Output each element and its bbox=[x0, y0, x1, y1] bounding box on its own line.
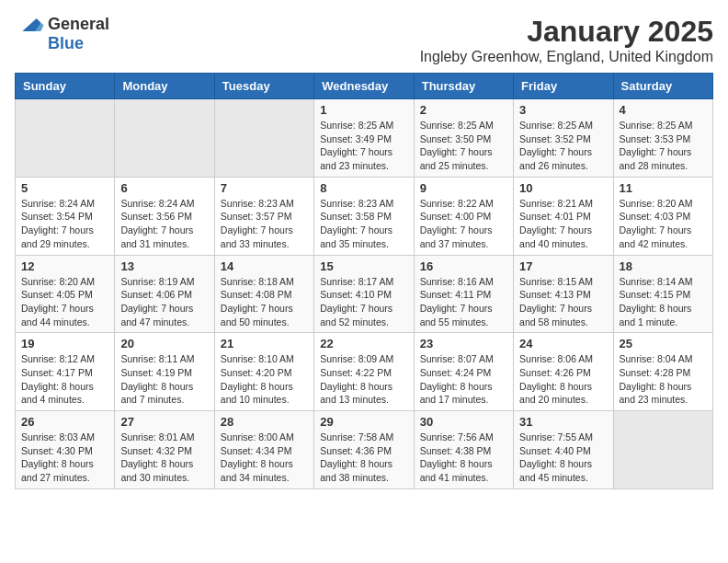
calendar-cell-3-1: 20Sunrise: 8:11 AMSunset: 4:19 PMDayligh… bbox=[115, 333, 214, 411]
day-number: 21 bbox=[221, 337, 308, 350]
day-info: Sunrise: 8:04 AMSunset: 4:28 PMDaylight:… bbox=[620, 352, 707, 407]
calendar-cell-2-3: 15Sunrise: 8:17 AMSunset: 4:10 PMDayligh… bbox=[314, 255, 414, 333]
day-number: 4 bbox=[620, 103, 707, 117]
calendar-cell-0-5: 3Sunrise: 8:25 AMSunset: 3:52 PMDaylight… bbox=[514, 99, 613, 178]
day-number: 8 bbox=[320, 181, 407, 195]
header-tuesday: Tuesday bbox=[214, 74, 313, 99]
calendar-row-0: 1Sunrise: 8:25 AMSunset: 3:49 PMDaylight… bbox=[16, 99, 713, 178]
calendar-cell-2-0: 12Sunrise: 8:20 AMSunset: 4:05 PMDayligh… bbox=[16, 255, 115, 333]
day-info: Sunrise: 8:03 AMSunset: 4:30 PMDaylight:… bbox=[21, 431, 108, 485]
day-info: Sunrise: 8:11 AMSunset: 4:19 PMDaylight:… bbox=[120, 352, 208, 407]
day-number: 11 bbox=[620, 181, 707, 195]
day-info: Sunrise: 8:25 AMSunset: 3:49 PMDaylight:… bbox=[320, 119, 407, 173]
day-info: Sunrise: 8:25 AMSunset: 3:53 PMDaylight:… bbox=[620, 119, 707, 173]
day-number: 17 bbox=[519, 259, 607, 273]
calendar-cell-0-4: 2Sunrise: 8:25 AMSunset: 3:50 PMDaylight… bbox=[414, 99, 513, 178]
calendar-cell-3-6: 25Sunrise: 8:04 AMSunset: 4:28 PMDayligh… bbox=[613, 333, 712, 411]
day-info: Sunrise: 8:21 AMSunset: 4:01 PMDaylight:… bbox=[519, 197, 607, 251]
day-number: 2 bbox=[420, 103, 507, 117]
header-thursday: Thursday bbox=[414, 74, 513, 99]
day-number: 9 bbox=[420, 181, 507, 195]
day-info: Sunrise: 8:16 AMSunset: 4:11 PMDaylight:… bbox=[420, 275, 507, 329]
logo-icon bbox=[15, 16, 44, 34]
day-number: 14 bbox=[221, 259, 308, 273]
calendar-cell-2-5: 17Sunrise: 8:15 AMSunset: 4:13 PMDayligh… bbox=[514, 255, 613, 333]
day-info: Sunrise: 7:56 AMSunset: 4:38 PMDaylight:… bbox=[420, 431, 507, 485]
day-number: 6 bbox=[120, 181, 208, 195]
header-friday: Friday bbox=[514, 74, 613, 99]
day-number: 24 bbox=[519, 337, 607, 350]
day-info: Sunrise: 8:22 AMSunset: 4:00 PMDaylight:… bbox=[420, 197, 507, 251]
day-number: 27 bbox=[120, 415, 208, 429]
calendar-row-1: 5Sunrise: 8:24 AMSunset: 3:54 PMDaylight… bbox=[16, 177, 713, 255]
day-info: Sunrise: 8:07 AMSunset: 4:24 PMDaylight:… bbox=[420, 352, 507, 407]
logo: General Blue bbox=[15, 15, 109, 53]
header-monday: Monday bbox=[115, 74, 214, 99]
calendar-cell-2-6: 18Sunrise: 8:14 AMSunset: 4:15 PMDayligh… bbox=[613, 255, 712, 333]
calendar-cell-0-2 bbox=[214, 99, 313, 178]
calendar-cell-2-4: 16Sunrise: 8:16 AMSunset: 4:11 PMDayligh… bbox=[414, 255, 513, 333]
day-number: 16 bbox=[420, 259, 507, 273]
calendar-cell-1-5: 10Sunrise: 8:21 AMSunset: 4:01 PMDayligh… bbox=[514, 177, 613, 255]
calendar-cell-0-3: 1Sunrise: 8:25 AMSunset: 3:49 PMDaylight… bbox=[314, 99, 414, 178]
day-number: 31 bbox=[519, 415, 607, 429]
page-header: General Blue January 2025 Ingleby Greenh… bbox=[15, 15, 713, 65]
header-saturday: Saturday bbox=[613, 74, 712, 99]
calendar-cell-1-1: 6Sunrise: 8:24 AMSunset: 3:56 PMDaylight… bbox=[115, 177, 214, 255]
day-info: Sunrise: 8:25 AMSunset: 3:52 PMDaylight:… bbox=[519, 119, 607, 173]
day-info: Sunrise: 8:15 AMSunset: 4:13 PMDaylight:… bbox=[519, 275, 607, 329]
calendar-cell-4-2: 28Sunrise: 8:00 AMSunset: 4:34 PMDayligh… bbox=[214, 411, 313, 489]
day-info: Sunrise: 8:20 AMSunset: 4:05 PMDaylight:… bbox=[21, 275, 108, 329]
day-info: Sunrise: 7:55 AMSunset: 4:40 PMDaylight:… bbox=[519, 431, 607, 485]
calendar-row-4: 26Sunrise: 8:03 AMSunset: 4:30 PMDayligh… bbox=[16, 411, 713, 489]
calendar-cell-1-2: 7Sunrise: 8:23 AMSunset: 3:57 PMDaylight… bbox=[214, 177, 313, 255]
title-area: January 2025 Ingleby Greenhow, England, … bbox=[420, 15, 713, 65]
calendar-cell-4-0: 26Sunrise: 8:03 AMSunset: 4:30 PMDayligh… bbox=[16, 411, 115, 489]
day-info: Sunrise: 8:18 AMSunset: 4:08 PMDaylight:… bbox=[221, 275, 308, 329]
day-info: Sunrise: 8:10 AMSunset: 4:20 PMDaylight:… bbox=[221, 352, 308, 407]
day-number: 22 bbox=[320, 337, 407, 350]
day-info: Sunrise: 8:09 AMSunset: 4:22 PMDaylight:… bbox=[320, 352, 407, 407]
day-number: 25 bbox=[620, 337, 707, 350]
calendar-cell-1-0: 5Sunrise: 8:24 AMSunset: 3:54 PMDaylight… bbox=[16, 177, 115, 255]
day-number: 12 bbox=[21, 259, 108, 273]
calendar-cell-3-4: 23Sunrise: 8:07 AMSunset: 4:24 PMDayligh… bbox=[414, 333, 513, 411]
day-number: 15 bbox=[320, 259, 407, 273]
calendar-cell-4-5: 31Sunrise: 7:55 AMSunset: 4:40 PMDayligh… bbox=[514, 411, 613, 489]
header-wednesday: Wednesday bbox=[314, 74, 414, 99]
calendar-cell-4-1: 27Sunrise: 8:01 AMSunset: 4:32 PMDayligh… bbox=[115, 411, 214, 489]
month-title: January 2025 bbox=[420, 15, 713, 49]
calendar-cell-3-0: 19Sunrise: 8:12 AMSunset: 4:17 PMDayligh… bbox=[16, 333, 115, 411]
logo-general: General bbox=[48, 15, 109, 34]
calendar-cell-3-5: 24Sunrise: 8:06 AMSunset: 4:26 PMDayligh… bbox=[514, 333, 613, 411]
day-number: 20 bbox=[120, 337, 208, 350]
day-info: Sunrise: 8:17 AMSunset: 4:10 PMDaylight:… bbox=[320, 275, 407, 329]
logo-blue: Blue bbox=[48, 34, 84, 53]
day-number: 18 bbox=[620, 259, 707, 273]
day-info: Sunrise: 8:01 AMSunset: 4:32 PMDaylight:… bbox=[120, 431, 208, 485]
calendar-cell-4-3: 29Sunrise: 7:58 AMSunset: 4:36 PMDayligh… bbox=[314, 411, 414, 489]
calendar-cell-2-1: 13Sunrise: 8:19 AMSunset: 4:06 PMDayligh… bbox=[115, 255, 214, 333]
calendar-cell-0-1 bbox=[115, 99, 214, 178]
day-number: 1 bbox=[320, 103, 407, 117]
day-number: 29 bbox=[320, 415, 407, 429]
day-info: Sunrise: 8:23 AMSunset: 3:57 PMDaylight:… bbox=[221, 197, 308, 251]
calendar-cell-4-6 bbox=[613, 411, 712, 489]
day-info: Sunrise: 8:06 AMSunset: 4:26 PMDaylight:… bbox=[519, 352, 607, 407]
calendar-cell-4-4: 30Sunrise: 7:56 AMSunset: 4:38 PMDayligh… bbox=[414, 411, 513, 489]
day-info: Sunrise: 8:20 AMSunset: 4:03 PMDaylight:… bbox=[620, 197, 707, 251]
header-sunday: Sunday bbox=[16, 74, 115, 99]
day-info: Sunrise: 8:23 AMSunset: 3:58 PMDaylight:… bbox=[320, 197, 407, 251]
day-number: 10 bbox=[519, 181, 607, 195]
location-subtitle: Ingleby Greenhow, England, United Kingdo… bbox=[420, 49, 713, 65]
day-number: 26 bbox=[21, 415, 108, 429]
day-number: 19 bbox=[21, 337, 108, 350]
calendar-cell-3-3: 22Sunrise: 8:09 AMSunset: 4:22 PMDayligh… bbox=[314, 333, 414, 411]
calendar-cell-0-0 bbox=[16, 99, 115, 178]
day-number: 3 bbox=[519, 103, 607, 117]
day-info: Sunrise: 8:24 AMSunset: 3:56 PMDaylight:… bbox=[120, 197, 208, 251]
calendar-cell-0-6: 4Sunrise: 8:25 AMSunset: 3:53 PMDaylight… bbox=[613, 99, 712, 178]
calendar-row-2: 12Sunrise: 8:20 AMSunset: 4:05 PMDayligh… bbox=[16, 255, 713, 333]
day-number: 5 bbox=[21, 181, 108, 195]
day-info: Sunrise: 8:24 AMSunset: 3:54 PMDaylight:… bbox=[21, 197, 108, 251]
